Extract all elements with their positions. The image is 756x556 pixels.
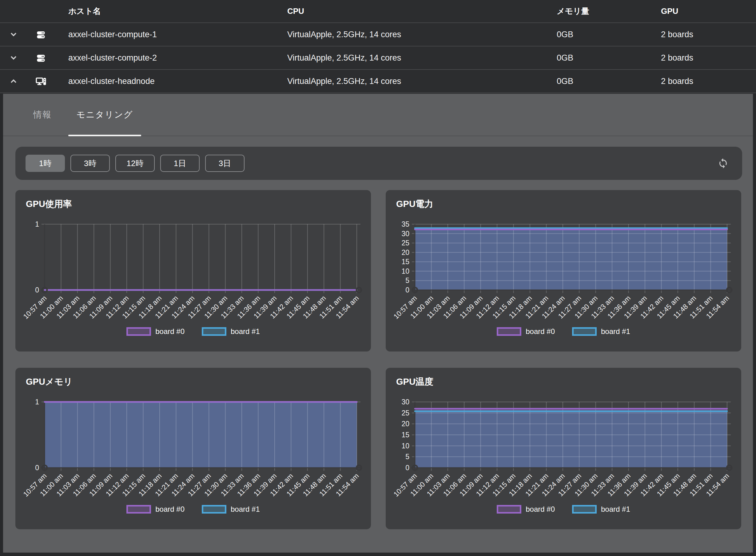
legend-label: board #1: [231, 505, 260, 514]
host-gpu: 2 boards: [661, 70, 693, 93]
host-cpu: VirtualApple, 2.5GHz, 14 cores: [287, 70, 401, 93]
svg-text:20: 20: [401, 420, 409, 428]
svg-text:1: 1: [35, 220, 39, 228]
table-header: ホスト名 CPU メモリ量 GPU: [0, 0, 756, 23]
legend-item-board-0[interactable]: board #0: [497, 327, 555, 336]
chart-legend: board #0board #1: [15, 505, 371, 514]
legend-label: board #0: [155, 327, 184, 336]
legend-swatch: [127, 327, 151, 336]
host-memory: 0GB: [557, 70, 573, 93]
legend-label: board #1: [601, 505, 630, 514]
svg-text:25: 25: [401, 239, 409, 247]
svg-text:0: 0: [35, 286, 39, 294]
svg-text:20: 20: [401, 248, 409, 256]
legend-swatch: [497, 505, 521, 514]
legend-swatch: [572, 505, 597, 514]
host-cpu: VirtualApple, 2.5GHz, 14 cores: [287, 46, 401, 69]
svg-text:15: 15: [401, 431, 409, 439]
chart-legend: board #0board #1: [15, 327, 371, 336]
time-range-button-1d[interactable]: 1日: [160, 155, 200, 172]
tab-monitoring[interactable]: モニタリング: [68, 94, 141, 136]
column-header-cpu: CPU: [287, 0, 304, 23]
time-range-button-12h[interactable]: 12時: [115, 155, 155, 172]
table-row[interactable]: axxel-cluster-compute-1 VirtualApple, 2.…: [0, 23, 756, 46]
svg-text:30: 30: [401, 230, 409, 238]
svg-text:10: 10: [401, 442, 409, 450]
legend-item-board-1[interactable]: board #1: [202, 327, 260, 336]
column-header-gpu: GPU: [661, 0, 678, 23]
legend-swatch: [497, 327, 521, 336]
legend-label: board #0: [526, 327, 555, 336]
server-icon: [35, 29, 47, 41]
chart-legend: board #0board #1: [386, 327, 741, 336]
desktop-icon: [35, 76, 47, 87]
host-name: axxel-cluster-compute-1: [68, 23, 157, 46]
host-detail-panel: 情報 モニタリング 1時 3時 12時 1日 3日 GPU使用率 0110:57…: [3, 94, 753, 553]
table-row[interactable]: axxel-cluster-headnode VirtualApple, 2.5…: [0, 70, 756, 93]
legend-item-board-1[interactable]: board #1: [572, 327, 630, 336]
legend-label: board #1: [601, 327, 630, 336]
chart-card-gpu-temperature: GPU温度 05101520253010:57 am11:00 am11:03 …: [386, 368, 741, 529]
svg-text:0: 0: [405, 286, 409, 294]
chevron-up-icon[interactable]: [8, 76, 19, 86]
chart-card-gpu-power: GPU電力 0510152025303510:57 am11:00 am11:0…: [386, 190, 741, 351]
legend-swatch: [127, 505, 151, 514]
time-range-toolbar: 1時 3時 12時 1日 3日: [15, 147, 742, 180]
host-memory: 0GB: [557, 23, 573, 46]
legend-item-board-0[interactable]: board #0: [127, 327, 184, 336]
column-header-memory: メモリ量: [557, 0, 589, 23]
time-range-button-1h[interactable]: 1時: [26, 155, 65, 172]
legend-swatch: [202, 505, 227, 514]
svg-text:5: 5: [405, 276, 409, 284]
legend-swatch: [572, 327, 597, 336]
host-table: ホスト名 CPU メモリ量 GPU axxel-cluster-compute-…: [0, 0, 756, 93]
legend-label: board #0: [155, 505, 184, 514]
legend-item-board-1[interactable]: board #1: [202, 505, 260, 514]
refresh-button[interactable]: [718, 158, 729, 169]
server-icon: [35, 52, 47, 64]
svg-text:25: 25: [401, 409, 409, 417]
svg-text:10: 10: [401, 267, 409, 275]
legend-item-board-1[interactable]: board #1: [572, 505, 630, 514]
legend-label: board #0: [526, 505, 555, 514]
svg-text:35: 35: [401, 220, 409, 228]
table-row[interactable]: axxel-cluster-compute-2 VirtualApple, 2.…: [0, 46, 756, 70]
tab-bar: 情報 モニタリング: [3, 94, 753, 136]
tab-info[interactable]: 情報: [16, 94, 68, 136]
host-gpu: 2 boards: [661, 46, 693, 69]
active-tab-indicator: [68, 135, 141, 136]
svg-text:0: 0: [405, 464, 409, 472]
chart-card-gpu-memory: GPUメモリ 0110:57 am11:00 am11:03 am11:06 a…: [15, 368, 371, 529]
legend-item-board-0[interactable]: board #0: [497, 505, 555, 514]
refresh-icon: [718, 165, 729, 170]
column-header-hostname: ホスト名: [68, 0, 101, 23]
host-memory: 0GB: [557, 46, 573, 69]
chart-legend: board #0board #1: [386, 505, 741, 514]
svg-text:0: 0: [35, 464, 39, 472]
host-name: axxel-cluster-headnode: [68, 70, 155, 93]
legend-label: board #1: [231, 327, 260, 336]
chevron-down-icon[interactable]: [8, 53, 19, 63]
time-range-button-3d[interactable]: 3日: [205, 155, 244, 172]
host-gpu: 2 boards: [661, 23, 693, 46]
chart-card-gpu-usage: GPU使用率 0110:57 am11:00 am11:03 am11:06 a…: [15, 190, 371, 351]
chevron-down-icon[interactable]: [8, 29, 19, 40]
svg-text:15: 15: [401, 258, 409, 266]
svg-text:1: 1: [35, 398, 39, 406]
svg-text:5: 5: [405, 453, 409, 461]
legend-item-board-0[interactable]: board #0: [127, 505, 184, 514]
svg-text:30: 30: [401, 398, 409, 406]
legend-swatch: [202, 327, 227, 336]
time-range-button-3h[interactable]: 3時: [70, 155, 110, 172]
host-name: axxel-cluster-compute-2: [68, 46, 157, 69]
host-cpu: VirtualApple, 2.5GHz, 14 cores: [287, 23, 401, 46]
